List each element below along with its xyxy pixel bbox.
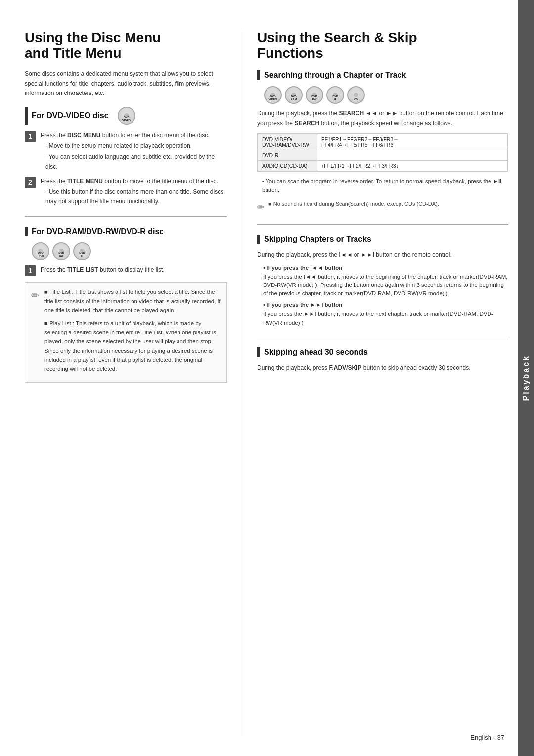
subsection2-bar [25, 227, 28, 236]
search-dvd-r-icon: DVDR [326, 86, 344, 104]
table-label-dvd-r: DVD-R [258, 150, 317, 160]
scan-bullet: You can scan the program in reverse orde… [257, 177, 508, 195]
step-number-1: 1 [25, 131, 36, 142]
skip-description: During the playback, press the I◄◄ or ►►… [257, 250, 508, 260]
dvd-ram-icons-row: DVDRAM DVDRW DVDR [32, 242, 227, 260]
table-row-dvd-video: DVD-VIDEO/DVD-RAM/DVD-RW FF1/FR1→FF2/FR2… [258, 134, 508, 150]
step-2-content: Press the TITLE MENU button to move to t… [41, 177, 227, 207]
sidebar-tab-label: Playback [522, 355, 531, 401]
subsection2-header: For DVD-RAM/DVD-RW/DVD-R disc [25, 227, 227, 236]
scan-note-icon: ✏ [257, 201, 265, 214]
subsection2-title: For DVD-RAM/DVD-RW/DVD-R disc [32, 227, 164, 236]
note-box: ✏ ■ Title List : Title List shows a list… [25, 282, 227, 383]
table-value-dvd-r [317, 150, 508, 160]
page-footer: English - 37 [470, 734, 504, 741]
dvd-r-icon: DVDR [73, 242, 91, 260]
search-description: During the playback, press the SEARCH ◄◄… [257, 109, 508, 128]
left-title: Using the Disc Menu and Title Menu [25, 30, 227, 61]
search-dvd-video-icon: DVDVIDEO [264, 86, 282, 104]
note-item-1: ■ Title List : Title List shows a list t… [44, 287, 221, 315]
divider-1 [25, 216, 227, 217]
skip30-section-header: Skipping ahead 30 seconds [257, 347, 508, 357]
right-title-line2: Functions [257, 46, 323, 61]
skip30-section-title: Skipping ahead 30 seconds [264, 348, 368, 357]
main-content: Using the Disc Menu and Title Menu Some … [0, 0, 518, 756]
search-section-bar [257, 70, 260, 80]
subsection1-bar [25, 107, 28, 125]
step-2-title-menu: 2 Press the TITLE MENU button to move to… [25, 177, 227, 207]
search-dvd-rw-icon: DVDRW [306, 86, 323, 104]
right-title: Using the Search & Skip Functions [257, 30, 508, 61]
search-dvd-ram-icon: DVDRAM [285, 86, 303, 104]
skip30-section-bar [257, 347, 260, 357]
page-number: English - 37 [470, 734, 504, 741]
search-disc-icons: DVDVIDEO DVDRAM DVDRW DVDR CD [264, 86, 508, 104]
skip-section-title: Skipping Chapters or Tracks [264, 235, 371, 244]
step-1-title-list: 1 Press the TITLE LIST button to display… [25, 265, 227, 276]
note-content: ■ Title List : Title List shows a list t… [44, 287, 221, 378]
left-title-line1: Using the Disc Menu [25, 30, 161, 45]
search-cd-icon: CD [347, 86, 365, 104]
table-row-audio-cd: AUDIO CD(CD-DA) ↑FF1/FR1→FF2/FR2→FF3/FR3… [258, 160, 508, 171]
subsection1-title: For DVD-VIDEO disc [32, 111, 109, 120]
step-1b-content: Press the TITLE LIST button to display t… [41, 265, 227, 275]
subsection1-header: For DVD-VIDEO disc DVDVIDEO [25, 107, 227, 125]
table-value-dvd-video: FF1/FR1→FF2/FR2→FF3/FR3→FF4/FR4→FF5/FR5→… [317, 134, 508, 150]
skip-prev-title: • If you press the I◄◄ button [263, 265, 508, 271]
page-container: Using the Disc Menu and Title Menu Some … [0, 0, 534, 756]
right-title-line1: Using the Search & Skip [257, 30, 417, 45]
table-label-dvd-video: DVD-VIDEO/DVD-RAM/DVD-RW [258, 134, 317, 150]
scan-note: ✏ ■ No sound is heard during Scan(Search… [257, 200, 508, 214]
search-speed-table: DVD-VIDEO/DVD-RAM/DVD-RW FF1/FR1→FF2/FR2… [257, 133, 508, 172]
skip-next-title: • If you press the ►►I button [263, 302, 508, 308]
search-section-title: Searching through a Chapter or Track [264, 71, 406, 80]
left-description: Some discs contains a dedicated menu sys… [25, 69, 227, 98]
table-value-audio-cd: ↑FF1/FR1→FF2/FR2→FF3/FR3↓ [317, 160, 508, 171]
table-row-dvd-r: DVD-R [258, 150, 508, 160]
note-icon: ✏ [31, 287, 40, 303]
step-1-content: Press the DISC MENU button to enter the … [41, 131, 227, 172]
divider-2 [257, 224, 508, 225]
step-1-disc-menu: 1 Press the DISC MENU button to enter th… [25, 131, 227, 172]
step-number-2: 2 [25, 177, 36, 188]
left-column: Using the Disc Menu and Title Menu Some … [25, 30, 242, 736]
table-label-audio-cd: AUDIO CD(CD-DA) [258, 160, 317, 171]
step-number-1b: 1 [25, 265, 36, 276]
playback-sidebar-tab: Playback [518, 0, 534, 756]
skip30-description: During the playback, press F.ADV/SKIP bu… [257, 363, 508, 373]
right-column: Using the Search & Skip Functions Search… [242, 30, 508, 736]
search-section-header: Searching through a Chapter or Track [257, 70, 508, 80]
skip-section-bar [257, 235, 260, 244]
skip-next-text: If you press the ►►I button, it moves to… [263, 310, 508, 327]
scan-note-text: ■ No sound is heard during Scan(Search) … [268, 200, 439, 208]
skip-section-header: Skipping Chapters or Tracks [257, 235, 508, 244]
note-item-2: ■ Play List : This refers to a unit of p… [44, 319, 221, 373]
skip-prev-text: If you press the I◄◄ button, it moves to… [263, 273, 508, 298]
divider-3 [257, 337, 508, 337]
left-title-line2: and Title Menu [25, 46, 122, 61]
dvd-video-icon: DVDVIDEO [118, 107, 135, 125]
dvd-video-icons: DVDVIDEO [118, 107, 135, 125]
dvd-rw-icon: DVDRW [52, 242, 70, 260]
dvd-ram-icon: DVDRAM [32, 242, 49, 260]
